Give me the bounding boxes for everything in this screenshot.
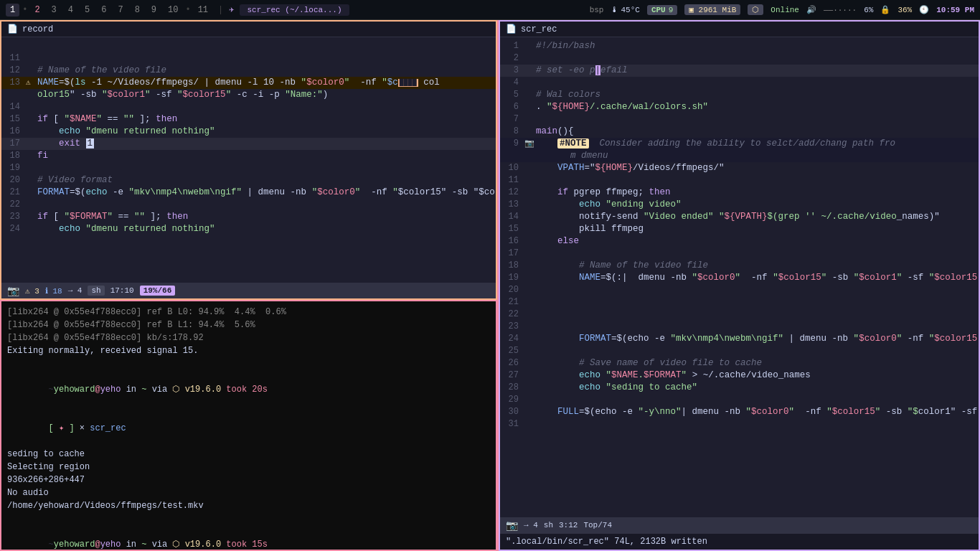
- status-area: bsp 🌡 45°C CPU 9 ▣ 2961 MiB ⬡ Online 🔊 —…: [590, 4, 974, 15]
- code-line: 24 FORMAT=$(echo -e "mkv\nmp4\nwebm\ngif…: [500, 333, 979, 345]
- code-line: 13 echo "ending video": [500, 199, 979, 211]
- code-line: 11: [500, 174, 979, 187]
- terminal[interactable]: [libx264 @ 0x55e4f788ecc0] ref B L0: 94.…: [0, 300, 497, 551]
- scroll-percent: 19%/66: [140, 286, 176, 296]
- code-line: olor15" -sb "$color1" -sf "$color15" -c …: [1, 89, 496, 101]
- code-line: 12 # Name of the video file: [1, 65, 496, 77]
- term-output: /home/yehoward/Videos/ffmpegs/test.mkv: [7, 499, 490, 512]
- battery-value: 36%: [897, 6, 912, 14]
- code-editor-right[interactable]: 1 #!/bin/bash 2 3 # set -eo p|efail 4: [500, 37, 979, 513]
- statusbar-right: 📷 → 4 sh 3:12 Top/74: [500, 517, 979, 533]
- workspace-10[interactable]: 10: [164, 4, 182, 17]
- mem-status: ▣ 2961 MiB: [684, 4, 740, 15]
- wm-status: bsp: [590, 6, 604, 14]
- temp-value: 45°C: [621, 6, 639, 14]
- term-spacer: [7, 357, 490, 370]
- code-line: 4: [500, 77, 979, 89]
- code-line: 22: [500, 309, 979, 321]
- term-output: Selecting region: [7, 461, 490, 474]
- code-line: 6 . "${HOME}/.cache/wal/colors.sh": [500, 101, 979, 113]
- written-message: ".local/bin/scr_rec" 74L, 2132B written: [506, 537, 707, 547]
- code-line: 25: [500, 345, 979, 357]
- network-icon: ⬡: [748, 4, 763, 15]
- workspace-4[interactable]: 4: [64, 4, 77, 17]
- scroll-right: Top/74: [583, 521, 612, 529]
- code-line: 14: [1, 101, 496, 113]
- workspace-7[interactable]: 7: [113, 4, 127, 17]
- time-display: 10:59 PM: [936, 6, 974, 14]
- code-line: 24 echo "dmenu returned nothing": [1, 223, 496, 235]
- volume-value: 6%: [864, 6, 873, 14]
- code-line-note: 9 📷 #NOTE Consider adding the ability to…: [500, 138, 979, 150]
- temp-status: 🌡 45°C: [611, 5, 639, 14]
- code-line: 16 else: [500, 235, 979, 248]
- code-line-warning: 13 ⚠ NAME=$(ls -1 ~/Videos/ffmpegs/ | dm…: [1, 77, 496, 89]
- workspace-11[interactable]: 11: [194, 4, 212, 17]
- workspace-6[interactable]: 6: [97, 4, 110, 17]
- code-line: 1 #!/bin/bash: [500, 40, 979, 52]
- term-output: [libx264 @ 0x55e4f788ecc0] ref B L1: 94.…: [7, 319, 490, 331]
- code-line: 31: [500, 418, 979, 430]
- code-line: 27 echo "$NAME.$FORMAT" > ~/.cache/video…: [500, 369, 979, 382]
- temp-icon: 🌡: [611, 5, 618, 14]
- pos-right: 3:12: [559, 521, 578, 529]
- file-icon-right: 📄: [506, 24, 517, 34]
- editor-top[interactable]: 📄 record 11 12 # Name of the video: [0, 20, 497, 300]
- workspace-3[interactable]: 3: [47, 4, 61, 17]
- code-line: 5 # Wal colors: [500, 89, 979, 101]
- lang-indicator: sh: [88, 286, 104, 296]
- arrow-indicator: → 4: [68, 286, 83, 295]
- term-prompt-line: ~yehoward@yeho in ~ via ⬡ v19.6.0 took 2…: [7, 370, 490, 409]
- statusbar-left: 📷 ⚠ 3 ℹ 18 → 4 sh 17:10 19%/66: [1, 283, 496, 298]
- volume-icon: 🔊: [806, 5, 816, 14]
- code-line: 12 if pgrep ffmpeg; then: [500, 187, 979, 199]
- volume-separator: ——·····: [824, 6, 857, 14]
- code-line: [1, 40, 496, 52]
- code-line: 21 FORMAT=$(echo -e "mkv\nmp4\nwebm\ngif…: [1, 187, 496, 199]
- code-line: 15 if [ "$NAME" == "" ]; then: [1, 113, 496, 126]
- warning-count: ⚠ 3: [25, 286, 39, 296]
- code-line: 19 NAME=$(:| dmenu -nb "$color0" -nf "$c…: [500, 272, 979, 284]
- code-line: 10 VPATH="${HOME}/Videos/ffmpegs/": [500, 162, 979, 174]
- editor-right[interactable]: 📄 scr_rec 1 #!/bin/bash 2 3 # set -e: [500, 22, 979, 533]
- term-output: No audio: [7, 486, 490, 499]
- code-line: 16 echo "dmenu returned nothing": [1, 126, 496, 138]
- term-output: [libx264 @ 0x55e4f788ecc0] ref B L0: 94.…: [7, 306, 490, 319]
- bottom-bar-right: ".local/bin/scr_rec" 74L, 2132B written: [500, 533, 979, 550]
- term-output: seding to cache: [7, 448, 490, 461]
- code-line: 29: [500, 394, 979, 406]
- right-panel[interactable]: 📄 scr_rec 1 #!/bin/bash 2 3 # set -e: [499, 20, 980, 551]
- mem-value: 2961 MiB: [699, 6, 737, 14]
- workspace-5[interactable]: 5: [80, 4, 94, 17]
- code-line: 11: [1, 52, 496, 65]
- term-output: [libx264 @ 0x55e4f788ecc0] kb/s:178.92: [7, 331, 490, 344]
- code-line: 15 pkill ffmpeg: [500, 223, 979, 235]
- code-line-highlighted: 17 exit 1: [1, 138, 496, 150]
- code-line: 2: [500, 52, 979, 65]
- workspace-9[interactable]: 9: [147, 4, 161, 17]
- record-icon: 📷: [7, 285, 19, 297]
- code-line: 8 main(){: [500, 126, 979, 138]
- cursor-pos: 17:10: [110, 286, 134, 295]
- code-line: 23 if [ "$FORMAT" == "" ]; then: [1, 211, 496, 223]
- workspace-8[interactable]: 8: [131, 4, 144, 17]
- term-prompt-line: ~yehoward@yeho in ~ via ⬡ v19.6.0 took 1…: [7, 525, 490, 551]
- cpu-value: 9: [669, 6, 674, 14]
- code-line: 14 notify-send "Video ended" "${VPATH}$(…: [500, 211, 979, 223]
- code-line: 20: [500, 284, 979, 296]
- workspace-2[interactable]: 2: [30, 4, 44, 17]
- lang-right: sh: [544, 521, 553, 529]
- code-editor-left[interactable]: 11 12 # Name of the video file 13 ⚠ NAME…: [1, 37, 496, 278]
- code-line: 19: [1, 162, 496, 174]
- cpu-status: CPU 9: [647, 5, 677, 15]
- term-output: Exiting normally, received signal 15.: [7, 344, 490, 357]
- wm-label: bsp: [590, 6, 604, 14]
- editor-titlebar-left: 📄 record: [1, 22, 496, 37]
- code-line: m dmenu: [500, 150, 979, 162]
- workspace-1[interactable]: 1: [6, 4, 19, 17]
- code-line: 18 fi: [1, 150, 496, 162]
- separator: |: [218, 5, 223, 15]
- mem-icon: ▣: [689, 6, 694, 14]
- info-count: ℹ 18: [45, 286, 62, 296]
- clock-icon: 🕙: [919, 5, 929, 14]
